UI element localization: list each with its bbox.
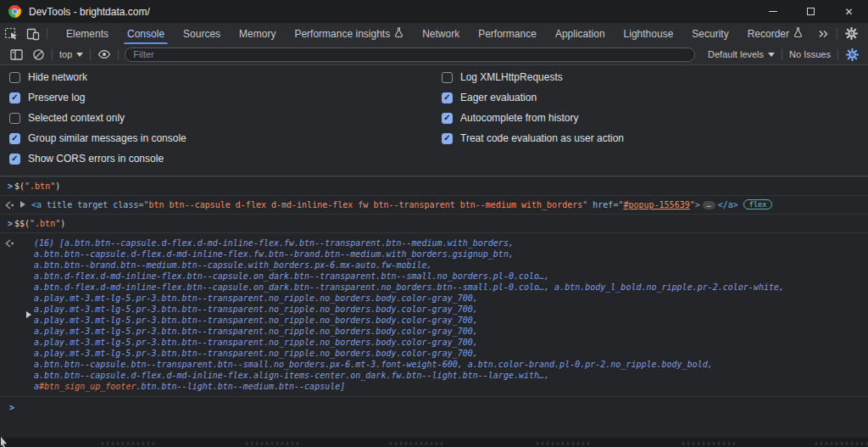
checkbox-label: Group similar messages in console <box>28 132 186 144</box>
tab-sources[interactable]: Sources <box>174 23 230 44</box>
checkbox-unchecked[interactable] <box>9 113 20 124</box>
expand-triangle-icon[interactable] <box>26 311 31 318</box>
device-toolbar-button[interactable] <box>22 23 44 44</box>
double-chevron-icon <box>817 28 829 40</box>
console-toolbar: top Default levels No Issues <box>0 44 868 65</box>
clear-console-button[interactable] <box>27 48 49 61</box>
log-levels-dropdown[interactable]: Default levels <box>704 49 779 59</box>
setting-preserve-log[interactable]: Preserve log <box>0 87 434 108</box>
tab-label: Elements <box>66 28 108 40</box>
separator <box>118 49 119 60</box>
checkbox-checked[interactable] <box>442 133 453 144</box>
checkbox-label: Autocomplete from history <box>460 112 578 124</box>
chrome-logo-icon <box>8 5 21 18</box>
code-token: =" <box>138 200 148 210</box>
maximize-icon <box>807 8 815 15</box>
setting-show-cors-errors-in-console[interactable]: Show CORS errors in console <box>0 148 434 169</box>
devtools-settings-button[interactable] <box>840 27 862 40</box>
tab-list: ElementsConsoleSourcesMemoryPerformance … <box>57 23 812 44</box>
minimize-icon <box>769 11 777 12</box>
array-preview-line: (16) [a.btn.btn--capsule.d-flex.d-md-inl… <box>34 237 868 249</box>
separator <box>47 28 47 39</box>
code-token: a.btn.d-flex.d-md-inline-flex.btn--capsu… <box>34 271 549 281</box>
close-button[interactable]: ✕ <box>830 0 868 23</box>
expand-triangle-icon[interactable] <box>20 201 25 208</box>
setting-hide-network[interactable]: Hide network <box>0 67 434 87</box>
devtools-menu-button[interactable] <box>862 28 868 40</box>
context-selector[interactable]: top <box>55 49 87 59</box>
code-token: </a> <box>718 200 738 210</box>
tab-label: Console <box>127 28 164 40</box>
taskbar-hint <box>537 442 589 445</box>
code-token: btn btn--capsule d-flex d-md-inline-flex… <box>148 200 582 210</box>
devtools-window: { "window": { "title": "DevTools - brigh… <box>0 0 868 447</box>
chevron-down-icon <box>768 53 775 57</box>
taskbar-hint <box>682 442 735 445</box>
maximize-button[interactable] <box>792 0 830 23</box>
checkbox-checked[interactable] <box>9 133 20 144</box>
checkbox-checked[interactable] <box>442 113 453 124</box>
tab-performance-insights[interactable]: Performance insights <box>285 23 413 44</box>
separator <box>782 49 782 60</box>
tab-label: Performance insights <box>294 28 390 40</box>
array-preview-line: a.btn.d-flex.d-md-inline-flex.btn--capsu… <box>34 271 868 282</box>
console-sidebar-toggle-button[interactable] <box>5 49 27 60</box>
console-prompt[interactable]: > <box>0 397 868 413</box>
console-settings-button[interactable] <box>841 48 863 61</box>
checkbox-checked[interactable] <box>9 154 20 165</box>
issues-counter[interactable]: No Issues <box>785 49 835 59</box>
code-token: " <box>582 200 593 210</box>
setting-log-xmlhttprequests[interactable]: Log XMLHttpRequests <box>434 67 868 87</box>
setting-selected-context-only[interactable]: Selected context only <box>0 108 434 128</box>
taskbar-hint <box>390 442 442 445</box>
checkbox-unchecked[interactable] <box>442 72 453 83</box>
filter-input[interactable] <box>125 47 695 62</box>
tab-network[interactable]: Network <box>413 23 469 44</box>
tab-console[interactable]: Console <box>118 23 174 44</box>
tab-label: Security <box>692 28 728 40</box>
console-prompt-chevron-icon: > <box>9 402 15 413</box>
tab-memory[interactable]: Memory <box>230 23 285 44</box>
code-token: a.btn.d-flex.d-md-inline-flex.btn--capsu… <box>34 282 784 292</box>
tab-label: Recorder <box>748 28 789 40</box>
window-title: DevTools - brightdata.com/ <box>29 6 150 18</box>
setting-eager-evaluation[interactable]: Eager evaluation <box>434 87 868 108</box>
code-token: a.btn.btn--brand.btn--medium.btn--capsul… <box>34 260 432 270</box>
tab-label: Performance <box>478 28 537 40</box>
array-preview-line: a.btn.d-flex.d-md-inline-flex.btn--capsu… <box>34 282 868 293</box>
code-token: a.play.mt-3.mt-lg-5.pr-3.btn.btn--transp… <box>34 338 478 347</box>
device-toolbar-icon <box>26 27 40 41</box>
eval-result-marker <box>4 201 15 210</box>
tab-lighthouse[interactable]: Lighthouse <box>615 23 683 44</box>
setting-treat-code-evaluation-as-user-action[interactable]: Treat code evaluation as user action <box>434 128 868 148</box>
flex-adorner-badge[interactable]: flex <box>743 199 772 210</box>
code-token: a.play.mt-3.mt-lg-5.pr-3.btn.btn--transp… <box>34 305 478 314</box>
code-token: <a <box>31 200 47 210</box>
expand-ellipsis-button[interactable]: … <box>703 201 715 210</box>
inspect-element-button[interactable] <box>0 23 22 44</box>
setting-autocomplete-from-history[interactable]: Autocomplete from history <box>434 108 868 128</box>
more-tabs-button[interactable] <box>812 28 834 40</box>
tab-elements[interactable]: Elements <box>57 23 118 44</box>
tab-label: Lighthouse <box>624 28 674 40</box>
tab-recorder[interactable]: Recorder <box>738 23 812 44</box>
console-input-entry: >$$(".btn") <box>0 215 868 233</box>
console-input-entry: >$(".btn") <box>0 177 868 196</box>
checkbox-checked[interactable] <box>442 92 453 103</box>
minimize-button[interactable] <box>754 0 792 23</box>
checkbox-checked[interactable] <box>9 92 20 103</box>
tab-application[interactable]: Application <box>546 23 615 44</box>
code-token: a.btn.btn--capsule.btn--transparent.btn-… <box>34 360 713 369</box>
console-input-chevron-icon: > <box>8 181 14 192</box>
setting-group-similar-messages-in-console[interactable]: Group similar messages in console <box>0 128 434 148</box>
clear-console-icon <box>32 48 45 61</box>
console-log[interactable]: >$(".btn")<a title target class="btn btn… <box>0 176 868 413</box>
checkbox-unchecked[interactable] <box>9 72 20 83</box>
tab-performance[interactable]: Performance <box>469 23 546 44</box>
live-expression-button[interactable] <box>93 49 115 59</box>
tab-security[interactable]: Security <box>682 23 737 44</box>
code-token: href <box>593 200 613 210</box>
href-link[interactable]: #popup-155639 <box>623 200 689 210</box>
code-token: a.play.mt-3.mt-lg-5.pr-3.btn.btn--transp… <box>34 327 478 336</box>
array-preview-line: a.play.mt-3.mt-lg-5.pr-3.btn.btn--transp… <box>34 337 868 348</box>
